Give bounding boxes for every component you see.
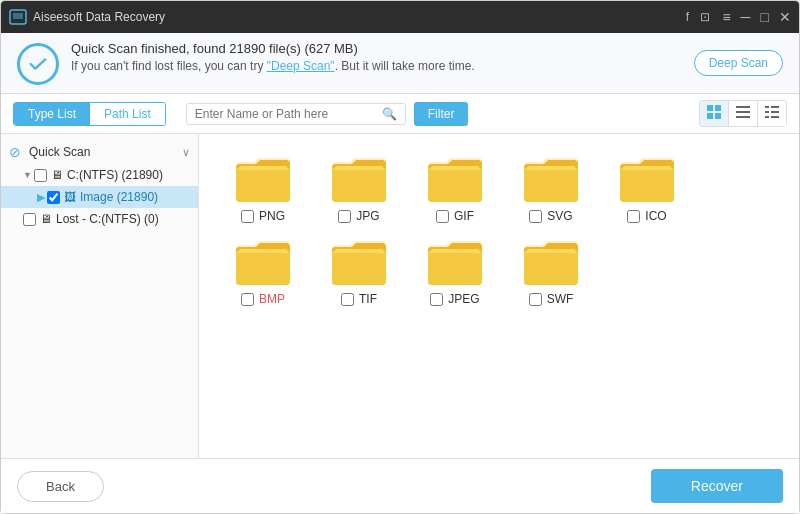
file-item-bottom: JPG <box>338 209 379 223</box>
svg-rect-7 <box>736 111 750 113</box>
header-text: Quick Scan finished, found 21890 file(s)… <box>71 41 475 73</box>
image-checkbox[interactable] <box>47 191 60 204</box>
app-icon <box>9 8 27 26</box>
file-checkbox-jpg[interactable] <box>338 210 351 223</box>
c-ntfs-checkbox[interactable] <box>34 169 47 182</box>
titlebar: Aiseesoft Data Recovery f ⊡ ≡ ─ □ ✕ <box>1 1 799 33</box>
window-title: Aiseesoft Data Recovery <box>33 10 686 24</box>
lost-drive-icon: 🖥 <box>40 212 52 226</box>
c-ntfs-label: C:(NTFS) (21890) <box>67 168 163 182</box>
image-label: Image (21890) <box>80 190 158 204</box>
file-checkbox-bmp[interactable] <box>241 293 254 306</box>
lost-label: Lost - C:(NTFS) (0) <box>56 212 159 226</box>
svg-rect-4 <box>707 113 713 119</box>
file-item-svg[interactable]: SVG <box>503 146 599 229</box>
file-item-bottom: ICO <box>627 209 666 223</box>
selected-arrow: ▶ <box>37 191 45 204</box>
deep-scan-link[interactable]: "Deep Scan" <box>267 59 335 73</box>
file-checkbox-gif[interactable] <box>436 210 449 223</box>
svg-rect-10 <box>771 106 779 108</box>
svg-rect-12 <box>771 111 779 113</box>
status-message: Quick Scan finished, found 21890 file(s)… <box>71 41 475 56</box>
window-controls[interactable]: ≡ ─ □ ✕ <box>722 9 791 25</box>
folder-icon <box>522 156 580 204</box>
status-icon <box>17 43 59 85</box>
file-item-ico[interactable]: ICO <box>599 146 695 229</box>
toolbar: Type List Path List 🔍 Filter <box>1 94 799 134</box>
file-grid: PNG JPG <box>199 134 799 458</box>
file-item-jpeg[interactable]: JPEG <box>407 229 503 312</box>
list-view-button[interactable] <box>729 101 758 126</box>
file-item-bottom: SWF <box>529 292 574 306</box>
quick-scan-icon: ⊘ <box>9 144 21 160</box>
search-box: 🔍 <box>186 103 406 125</box>
file-item-swf[interactable]: SWF <box>503 229 599 312</box>
file-item-png[interactable]: PNG <box>215 146 311 229</box>
folder-icon <box>330 156 388 204</box>
main-content: ⊘ Quick Scan ∨ ▼ 🖥 C:(NTFS) (21890) ▶ 🖼 … <box>1 134 799 458</box>
svg-rect-2 <box>707 105 713 111</box>
file-item-jpg[interactable]: JPG <box>311 146 407 229</box>
social-icons: f ⊡ <box>686 10 711 24</box>
svg-rect-1 <box>13 13 23 19</box>
minimize-button[interactable]: ─ <box>741 9 751 25</box>
filter-button[interactable]: Filter <box>414 102 469 126</box>
svg-rect-3 <box>715 105 721 111</box>
header-left: Quick Scan finished, found 21890 file(s)… <box>17 41 475 85</box>
file-checkbox-tif[interactable] <box>341 293 354 306</box>
detail-view-button[interactable] <box>758 101 786 126</box>
folder-icon <box>234 156 292 204</box>
header: Quick Scan finished, found 21890 file(s)… <box>1 33 799 94</box>
search-input[interactable] <box>195 107 378 121</box>
sidebar: ⊘ Quick Scan ∨ ▼ 🖥 C:(NTFS) (21890) ▶ 🖼 … <box>1 134 199 458</box>
file-label-swf: SWF <box>547 292 574 306</box>
recover-button[interactable]: Recover <box>651 469 783 503</box>
svg-rect-14 <box>771 116 779 118</box>
menu-icon[interactable]: ≡ <box>722 9 730 25</box>
file-label-svg: SVG <box>547 209 572 223</box>
hint-line: If you can't find lost files, you can tr… <box>71 59 475 73</box>
grid-view-button[interactable] <box>700 101 729 126</box>
file-item-bottom: TIF <box>341 292 377 306</box>
file-label-ico: ICO <box>645 209 666 223</box>
file-label-gif: GIF <box>454 209 474 223</box>
file-checkbox-png[interactable] <box>241 210 254 223</box>
file-checkbox-jpeg[interactable] <box>430 293 443 306</box>
folder-icon <box>426 239 484 287</box>
expand-arrow: ▼ <box>23 170 32 180</box>
chevron-icon: ∨ <box>182 146 190 159</box>
sidebar-item-quick-scan[interactable]: ⊘ Quick Scan ∨ <box>1 140 198 164</box>
file-item-gif[interactable]: GIF <box>407 146 503 229</box>
file-checkbox-ico[interactable] <box>627 210 640 223</box>
folder-icon <box>522 239 580 287</box>
image-folder-icon: 🖼 <box>64 190 76 204</box>
file-item-bottom: BMP <box>241 292 285 306</box>
tab-type-list[interactable]: Type List <box>14 103 90 125</box>
file-item-bottom: GIF <box>436 209 474 223</box>
folder-icon <box>426 156 484 204</box>
sidebar-item-image[interactable]: ▶ 🖼 Image (21890) <box>1 186 198 208</box>
svg-rect-6 <box>736 106 750 108</box>
file-item-bmp[interactable]: BMP <box>215 229 311 312</box>
tab-path-list[interactable]: Path List <box>90 103 165 125</box>
deep-scan-button[interactable]: Deep Scan <box>694 50 783 76</box>
file-checkbox-swf[interactable] <box>529 293 542 306</box>
view-tabs: Type List Path List <box>13 102 166 126</box>
file-item-bottom: SVG <box>529 209 572 223</box>
svg-rect-9 <box>765 106 769 108</box>
file-label-bmp: BMP <box>259 292 285 306</box>
sidebar-item-lost[interactable]: 🖥 Lost - C:(NTFS) (0) <box>1 208 198 230</box>
close-button[interactable]: ✕ <box>779 9 791 25</box>
back-button[interactable]: Back <box>17 471 104 502</box>
maximize-button[interactable]: □ <box>761 9 769 25</box>
folder-icon <box>618 156 676 204</box>
file-item-bottom: JPEG <box>430 292 479 306</box>
sidebar-item-c-ntfs[interactable]: ▼ 🖥 C:(NTFS) (21890) <box>1 164 198 186</box>
quick-scan-label: Quick Scan <box>29 145 90 159</box>
file-item-tif[interactable]: TIF <box>311 229 407 312</box>
file-label-jpg: JPG <box>356 209 379 223</box>
svg-rect-8 <box>736 116 750 118</box>
file-checkbox-svg[interactable] <box>529 210 542 223</box>
lost-checkbox[interactable] <box>23 213 36 226</box>
search-icon: 🔍 <box>382 107 397 121</box>
